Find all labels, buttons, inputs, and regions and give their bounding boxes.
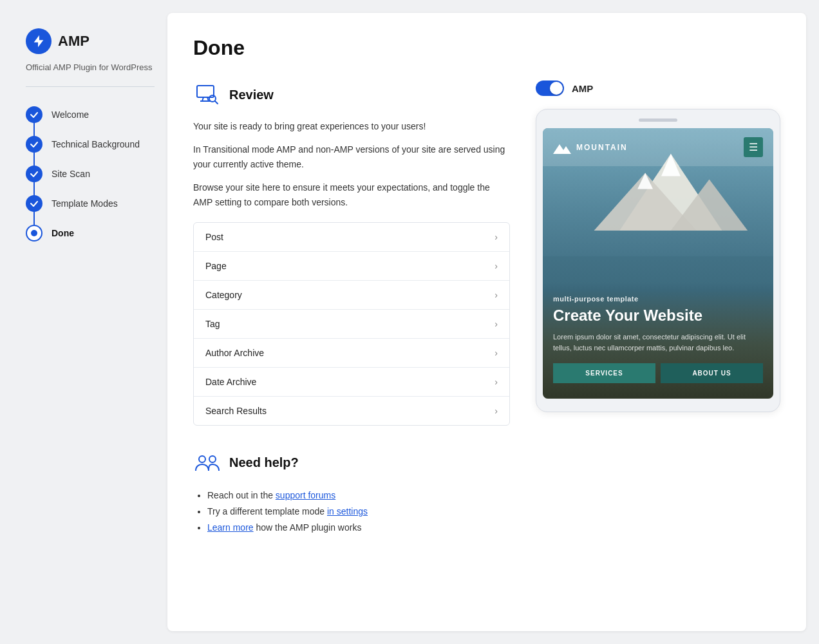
review-description: Your site is ready to bring great experi… [193,119,510,209]
review-para3: Browse your site here to ensure it meets… [193,180,510,209]
amp-toggle[interactable] [536,80,564,96]
nav-label-scan: Site Scan [52,169,90,179]
nav-label-welcome: Welcome [52,109,89,120]
hero-overlay: multi-purpose template Create Your Websi… [543,282,773,399]
hero-section: MOUNTAIN ☰ multi-purpose template Create… [543,128,773,399]
main-panel: Done [167,13,806,631]
support-forums-link[interactable]: support forums [276,490,335,500]
svg-point-8 [209,456,216,462]
help-header: Need help? [193,449,510,477]
nav-label-technical: Technical Background [52,139,140,149]
link-label-search-results: Search Results [205,406,267,416]
review-header: Review [193,80,510,109]
nav-dot-inner [31,230,37,236]
hero-buttons: SERVICES ABOUT US [553,363,763,383]
mobile-screen: MOUNTAIN ☰ multi-purpose template Create… [543,128,773,399]
chevron-icon-tag: › [494,319,498,329]
link-label-author-archive: Author Archive [205,348,264,358]
sidebar-item-done[interactable]: Done [26,218,155,248]
link-label-category: Category [205,290,242,300]
links-list: Post › Page › Category › Tag › [193,222,510,426]
nav-dot-technical [26,136,42,153]
nav-dot-welcome [26,106,42,123]
in-settings-link[interactable]: in settings [327,506,368,516]
link-item-post[interactable]: Post › [194,223,509,252]
sidebar-logo: AMP [26,28,155,54]
learn-more-link[interactable]: Learn more [207,522,254,533]
chevron-icon-category: › [494,290,498,300]
review-icon [193,80,221,109]
link-item-page[interactable]: Page › [194,252,509,281]
svg-point-7 [199,456,205,462]
link-label-page: Page [205,261,227,271]
sidebar: AMP Official AMP Plugin for WordPress We… [13,13,167,631]
nav-label-done: Done [52,228,74,238]
toggle-label: AMP [572,83,593,94]
help-icon [193,449,221,477]
chevron-icon-page: › [494,261,498,271]
chevron-icon-post: › [494,232,498,242]
amp-icon [26,28,52,54]
help-item-learn: Learn more how the AMP plugin works [207,520,510,536]
help-title: Need help? [229,455,299,470]
about-button[interactable]: ABOUT US [661,363,763,383]
hero-body: Lorem ipsum dolor sit amet, consectetur … [553,332,763,353]
svg-line-6 [215,101,218,104]
right-column: AMP [536,80,780,536]
toggle-knob [550,82,563,95]
help-item-support: Reach out in the support forums [207,488,510,504]
link-item-category[interactable]: Category › [194,281,509,310]
page-title: Done [193,36,780,60]
logo-text: AMP [58,33,89,50]
mountain-logo: MOUNTAIN [553,141,628,154]
chevron-icon-search-results: › [494,406,498,416]
link-item-author-archive[interactable]: Author Archive › [194,339,509,368]
nav-dot-template [26,195,42,212]
link-label-tag: Tag [205,319,220,329]
svg-marker-0 [34,35,44,47]
amp-toggle-row: AMP [536,80,780,96]
help-prefix-1: Reach out in the [207,490,276,500]
sidebar-item-technical-background[interactable]: Technical Background [26,129,155,159]
chevron-icon-date-archive: › [494,377,498,387]
left-column: Review Your site is ready to bring great… [193,80,510,536]
sidebar-nav: Welcome Technical Background Site Scan [26,100,155,248]
review-para2: In Transitional mode AMP and non-AMP ver… [193,142,510,171]
nav-dot-scan [26,166,42,182]
sidebar-subtitle: Official AMP Plugin for WordPress [26,62,155,73]
help-section: Need help? Reach out in the support foru… [193,449,510,536]
sidebar-divider [26,86,155,87]
hamburger-button[interactable]: ☰ [744,137,763,157]
sidebar-item-site-scan[interactable]: Site Scan [26,159,155,189]
sidebar-item-template-modes[interactable]: Template Modes [26,189,155,218]
content-columns: Review Your site is ready to bring great… [193,80,780,536]
hero-title: Create Your Website [553,307,763,325]
help-prefix-2: Try a different template mode [207,506,327,516]
review-title: Review [229,88,274,102]
services-button[interactable]: SERVICES [553,363,655,383]
site-header: MOUNTAIN ☰ [543,128,773,166]
sidebar-item-welcome[interactable]: Welcome [26,100,155,129]
review-para1: Your site is ready to bring great experi… [193,119,510,133]
help-item-settings: Try a different template mode in setting… [207,504,510,520]
help-list: Reach out in the support forums Try a di… [193,488,510,536]
nav-label-template: Template Modes [52,198,118,209]
mobile-preview: MOUNTAIN ☰ multi-purpose template Create… [536,109,780,412]
link-item-search-results[interactable]: Search Results › [194,397,509,425]
help-suffix-3: how the AMP plugin works [256,522,361,533]
link-item-date-archive[interactable]: Date Archive › [194,368,509,397]
link-item-tag[interactable]: Tag › [194,310,509,339]
hero-subtitle: multi-purpose template [553,295,763,303]
site-name: MOUNTAIN [576,143,628,152]
mobile-notch [639,118,677,122]
link-label-date-archive: Date Archive [205,377,256,387]
link-label-post: Post [205,232,223,242]
nav-dot-done [26,225,42,242]
chevron-icon-author-archive: › [494,348,498,358]
